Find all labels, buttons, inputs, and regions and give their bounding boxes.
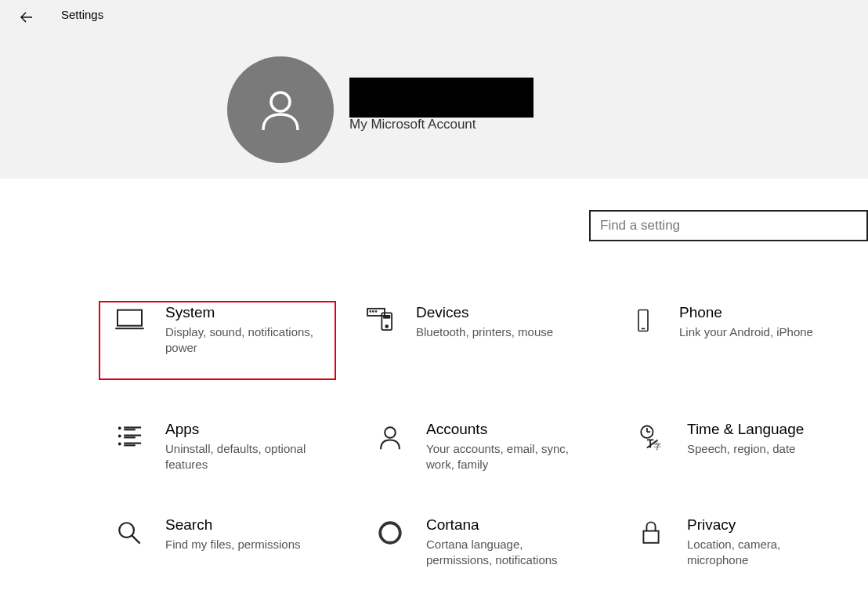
- svg-point-29: [380, 523, 400, 543]
- tile-accounts[interactable]: Accounts Your accounts, email, sync, wor…: [374, 418, 607, 476]
- tile-title: Privacy: [687, 516, 844, 534]
- tile-desc: Location, camera, microphone: [687, 537, 844, 569]
- cortana-icon: [374, 520, 406, 546]
- tile-title: Devices: [416, 304, 553, 321]
- search-container: [589, 210, 868, 241]
- tile-desc: Find my files, permissions: [165, 537, 301, 552]
- header-bar: Settings My Microsoft Account: [0, 0, 868, 179]
- tile-desc: Display, sound, notifications, power: [165, 324, 322, 357]
- tile-title: Search: [165, 516, 301, 534]
- tile-privacy[interactable]: Privacy Location, camera, microphone: [635, 513, 868, 572]
- tile-title: Phone: [679, 304, 813, 321]
- svg-rect-2: [118, 310, 142, 326]
- tile-title: Accounts: [426, 421, 583, 438]
- tile-desc: Speech, region, date: [687, 441, 804, 457]
- svg-point-6: [372, 311, 373, 312]
- profile-name-redacted: [349, 78, 533, 118]
- apps-icon: [114, 424, 145, 451]
- svg-rect-10: [384, 316, 389, 318]
- tile-desc: Uninstall, defaults, optional features: [165, 441, 322, 473]
- devices-icon: [364, 307, 396, 334]
- tile-system[interactable]: System Display, sound, notifications, po…: [99, 301, 336, 380]
- svg-rect-11: [638, 310, 648, 331]
- tile-desc: Link your Android, iPhone: [679, 324, 813, 340]
- svg-point-9: [385, 325, 388, 328]
- accounts-icon: [374, 424, 406, 451]
- tile-row: Search Find my files, permissions Cortan…: [0, 513, 868, 572]
- svg-point-22: [385, 427, 396, 438]
- page-title: Settings: [61, 8, 103, 21]
- svg-point-16: [118, 435, 120, 436]
- tile-search[interactable]: Search Find my files, permissions: [114, 513, 346, 572]
- tile-row: System Display, sound, notifications, po…: [0, 301, 868, 380]
- profile-block: My Microsoft Account: [227, 56, 533, 163]
- tile-phone[interactable]: Phone Link your Android, iPhone: [627, 301, 863, 380]
- svg-line-28: [132, 535, 139, 543]
- tile-title: Cortana: [426, 516, 583, 534]
- svg-point-27: [119, 523, 134, 538]
- svg-point-13: [118, 427, 120, 429]
- tile-apps[interactable]: Apps Uninstall, defaults, optional featu…: [114, 418, 346, 476]
- svg-rect-30: [643, 531, 658, 543]
- svg-text:字: 字: [653, 442, 661, 451]
- my-microsoft-account-link[interactable]: My Microsoft Account: [349, 117, 533, 132]
- search-input[interactable]: [589, 210, 868, 241]
- tile-desc: Bluetooth, printers, mouse: [416, 324, 553, 340]
- search-icon: [114, 520, 145, 546]
- svg-point-7: [375, 311, 376, 312]
- back-button[interactable]: [19, 9, 34, 25]
- svg-point-1: [271, 92, 290, 111]
- tile-desc: Cortana language, permissions, notificat…: [426, 537, 583, 569]
- time-language-icon: 字: [635, 424, 667, 451]
- tile-title: Time & Language: [687, 421, 804, 438]
- profile-text: My Microsoft Account: [349, 56, 533, 132]
- phone-icon: [627, 307, 659, 334]
- tile-cortana[interactable]: Cortana Cortana language, permissions, n…: [374, 513, 607, 572]
- tile-time-language[interactable]: 字 Time & Language Speech, region, date: [635, 418, 868, 476]
- tile-title: Apps: [165, 421, 322, 438]
- system-icon: [114, 307, 145, 334]
- tile-desc: Your accounts, email, sync, work, family: [426, 441, 583, 473]
- privacy-icon: [635, 520, 667, 546]
- person-icon: [255, 85, 306, 135]
- avatar[interactable]: [227, 56, 334, 163]
- svg-point-19: [118, 443, 120, 444]
- tile-row: Apps Uninstall, defaults, optional featu…: [0, 418, 868, 476]
- settings-tiles: System Display, sound, notifications, po…: [0, 301, 868, 601]
- tile-devices[interactable]: Devices Bluetooth, printers, mouse: [364, 301, 599, 380]
- svg-point-5: [370, 311, 371, 312]
- tile-title: System: [165, 304, 322, 321]
